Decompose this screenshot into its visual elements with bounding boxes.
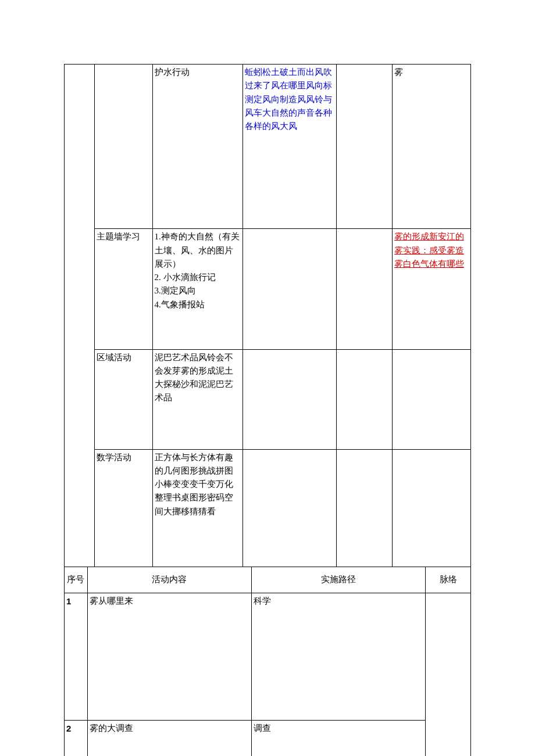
- content-cell: 雾从哪里来: [87, 593, 251, 721]
- empty-cell: [242, 229, 336, 349]
- content-cell: 雾的大调查: [87, 720, 251, 756]
- empty-cell: [336, 65, 392, 229]
- empty-cell: [336, 349, 392, 449]
- empty-cell: [392, 449, 470, 567]
- empty-cell: [336, 229, 392, 349]
- table-row: 2 雾的大调查 调查: [65, 720, 471, 756]
- thread-text: 奇妙的雾: [441, 594, 455, 756]
- text-cell: 护水行动: [152, 65, 242, 229]
- table-row: 数学活动 正方体与长方体有趣的几何图形挑战拼图小棒变变变千变万化整理书桌图形密码…: [65, 449, 471, 567]
- text-cell: 区域活动: [94, 349, 152, 449]
- text-cell: 主题墙学习: [94, 229, 152, 349]
- table-row: 主题墙学习 1.神奇的大自然（有关土壤、风、水的图片展示） 2. 小水滴旅行记 …: [65, 229, 471, 349]
- path-cell: 科学: [251, 593, 426, 721]
- empty-cell: [336, 449, 392, 567]
- text-cell: 1.神奇的大自然（有关土壤、风、水的图片展示） 2. 小水滴旅行记 3.测定风向…: [152, 229, 242, 349]
- header-content: 活动内容: [87, 567, 251, 593]
- empty-cell: [392, 349, 470, 449]
- empty-cell: [94, 65, 152, 229]
- header-seq: 序号: [65, 567, 88, 593]
- main-grid-table: 护水行动 蚯蚓松土破土而出风吹过来了风在哪里风向标测定风向制造风风铃与风车大自然…: [64, 64, 471, 567]
- seq-cell: 1: [65, 593, 88, 721]
- table-row: 区域活动 泥巴艺术品风铃会不会发芽雾的形成泥土大探秘沙和泥泥巴艺术品: [65, 349, 471, 449]
- table-row: 护水行动 蚯蚓松土破土而出风吹过来了风在哪里风向标测定风向制造风风铃与风车大自然…: [65, 65, 471, 229]
- empty-cell: [65, 65, 95, 567]
- text-cell: 数学活动: [94, 449, 152, 567]
- text-cell: 泥巴艺术品风铃会不会发芽雾的形成泥土大探秘沙和泥泥巴艺术品: [152, 349, 242, 449]
- table-row: 1 雾从哪里来 科学 奇妙的雾: [65, 593, 471, 721]
- seq-cell: 2: [65, 720, 88, 756]
- text-cell: 雾: [392, 65, 470, 229]
- underlined-text: 雾的形成新安江的雾实践：感受雾造雾白色气体有哪些: [394, 232, 464, 268]
- table-header-row: 序号 活动内容 实施路径 脉络: [65, 567, 471, 593]
- text-cell-blue: 蚯蚓松土破土而出风吹过来了风在哪里风向标测定风向制造风风铃与风车大自然的声音各种…: [242, 65, 336, 229]
- path-cell: 调查: [251, 720, 426, 756]
- header-thread: 脉络: [426, 567, 471, 593]
- empty-cell: [242, 449, 336, 567]
- text-cell-red: 雾的形成新安江的雾实践：感受雾造雾白色气体有哪些: [392, 229, 470, 349]
- thread-cell: 奇妙的雾: [426, 593, 471, 757]
- activity-table: 序号 活动内容 实施路径 脉络 1 雾从哪里来 科学 奇妙的雾 2 雾的大调查 …: [64, 567, 471, 756]
- empty-cell: [242, 349, 336, 449]
- header-path: 实施路径: [251, 567, 426, 593]
- text-cell: 正方体与长方体有趣的几何图形挑战拼图小棒变变变千变万化整理书桌图形密码空间大挪移…: [152, 449, 242, 567]
